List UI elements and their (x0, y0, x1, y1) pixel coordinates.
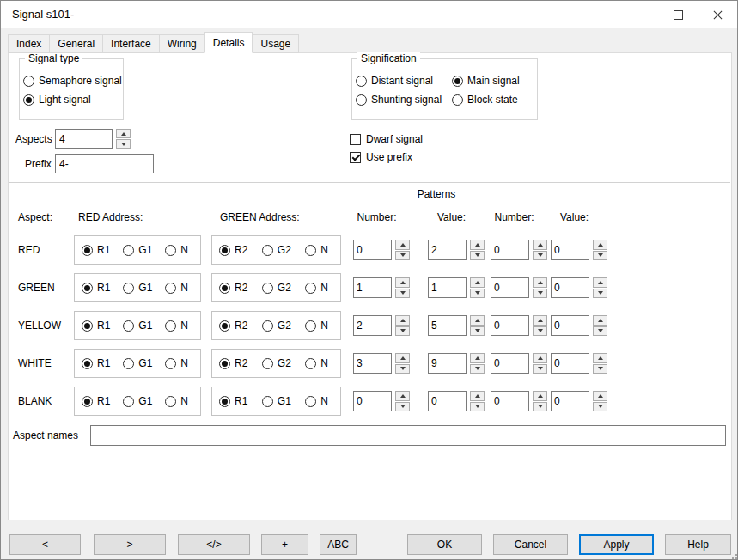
radio-semaphore-signal[interactable]: Semaphore signal (23, 75, 123, 87)
red-address-option-3[interactable]: N (165, 357, 188, 369)
radio-icon[interactable] (219, 358, 230, 369)
radio-main-signal[interactable]: Main signal (452, 75, 537, 87)
red-address-option-2[interactable]: G1 (123, 395, 152, 407)
prev-button[interactable]: < (9, 534, 81, 555)
red-address-option-2[interactable]: G1 (123, 244, 152, 256)
red-address-option-2[interactable]: G1 (123, 282, 152, 294)
green-address-option-1[interactable]: R2 (219, 357, 247, 369)
spin-down-button[interactable] (395, 251, 410, 261)
green-address-option-3[interactable]: N (305, 395, 328, 407)
radio-icon[interactable] (82, 396, 93, 407)
spin-up-button[interactable] (593, 277, 607, 288)
maximize-button[interactable] (658, 1, 698, 28)
green-address-option-1[interactable]: R2 (219, 320, 247, 332)
dwarf-signal-checkbox[interactable]: Dwarf signal (350, 133, 423, 145)
radio-icon[interactable] (356, 94, 367, 106)
spin-up-button[interactable] (593, 315, 607, 326)
radio-distant-signal[interactable]: Distant signal (356, 75, 452, 87)
radio-icon[interactable] (452, 76, 463, 87)
spin-down-button[interactable] (470, 364, 485, 374)
tab-index[interactable]: Index (8, 34, 50, 53)
radio-icon[interactable] (23, 76, 34, 87)
number-1-input[interactable] (353, 277, 392, 298)
green-address-option-2[interactable]: G2 (262, 357, 291, 369)
spin-up-button[interactable] (593, 240, 607, 250)
spin-up-button[interactable] (470, 240, 485, 250)
spin-down-button[interactable] (470, 326, 485, 337)
green-address-option-1[interactable]: R2 (219, 244, 247, 256)
red-address-option-2[interactable]: G1 (123, 320, 152, 332)
green-address-option-3[interactable]: N (305, 282, 328, 294)
radio-icon[interactable] (262, 396, 273, 407)
value-2-input[interactable] (551, 353, 589, 374)
radio-icon[interactable] (219, 396, 230, 407)
value-2-input[interactable] (551, 391, 589, 411)
radio-icon[interactable] (305, 283, 316, 294)
radio-icon[interactable] (165, 245, 176, 256)
radio-icon[interactable] (305, 245, 316, 256)
spin-up-button[interactable] (593, 391, 607, 401)
tab-wiring[interactable]: Wiring (159, 34, 205, 53)
value-1-input[interactable] (428, 391, 467, 411)
radio-icon[interactable] (165, 358, 176, 369)
code-button[interactable]: </> (178, 534, 250, 555)
red-address-option-3[interactable]: N (165, 282, 188, 294)
spin-down-button[interactable] (395, 326, 410, 337)
value-1-input[interactable] (428, 240, 467, 260)
red-address-option-3[interactable]: N (165, 395, 188, 407)
use-prefix-checkbox[interactable]: Use prefix (350, 151, 412, 163)
radio-icon[interactable] (23, 94, 34, 106)
number-1-input[interactable] (353, 353, 392, 374)
green-address-option-2[interactable]: G1 (262, 395, 291, 407)
minimize-button[interactable] (619, 1, 658, 28)
checkbox-icon[interactable] (350, 134, 361, 145)
spin-down-button[interactable] (593, 402, 607, 412)
radio-icon[interactable] (356, 76, 367, 87)
spin-down-button[interactable] (533, 326, 547, 337)
aspect-names-input[interactable] (90, 425, 726, 446)
ok-button[interactable]: OK (407, 534, 482, 555)
red-address-option-2[interactable]: G1 (123, 357, 152, 369)
tab-interface[interactable]: Interface (102, 34, 160, 53)
radio-icon[interactable] (165, 396, 176, 407)
radio-block-state[interactable]: Block state (452, 94, 537, 106)
spin-up-button[interactable] (533, 277, 547, 288)
value-1-input[interactable] (428, 315, 467, 336)
spin-down-button[interactable] (533, 289, 547, 299)
radio-icon[interactable] (82, 320, 93, 332)
spin-up-button[interactable] (116, 129, 131, 138)
value-1-input[interactable] (428, 277, 467, 298)
radio-icon[interactable] (82, 358, 93, 369)
spin-down-button[interactable] (593, 364, 607, 374)
add-button[interactable]: + (261, 534, 308, 555)
tab-details[interactable]: Details (204, 32, 253, 53)
spin-down-button[interactable] (470, 289, 485, 299)
spin-down-button[interactable] (395, 402, 410, 412)
spin-down-button[interactable] (533, 364, 547, 374)
radio-icon[interactable] (123, 396, 134, 407)
spin-down-button[interactable] (593, 251, 607, 261)
radio-icon[interactable] (219, 283, 230, 294)
green-address-option-1[interactable]: R2 (219, 282, 247, 294)
spin-down-button[interactable] (533, 402, 547, 412)
spin-up-button[interactable] (395, 391, 410, 401)
cancel-button[interactable]: Cancel (493, 534, 568, 555)
abc-button[interactable]: ABC (320, 534, 357, 555)
number-1-input[interactable] (353, 391, 392, 411)
spin-up-button[interactable] (593, 353, 607, 363)
spin-up-button[interactable] (470, 277, 485, 288)
radio-icon[interactable] (305, 396, 316, 407)
red-address-option-3[interactable]: N (165, 320, 188, 332)
red-address-option-1[interactable]: R1 (82, 357, 110, 369)
radio-icon[interactable] (123, 245, 134, 256)
radio-icon[interactable] (123, 320, 134, 332)
number-1-input[interactable] (353, 240, 392, 260)
red-address-option-1[interactable]: R1 (82, 244, 110, 256)
spin-up-button[interactable] (470, 353, 485, 363)
spin-up-button[interactable] (395, 240, 410, 250)
tab-usage[interactable]: Usage (252, 34, 299, 53)
spin-up-button[interactable] (533, 315, 547, 326)
number-2-input[interactable] (491, 391, 529, 411)
radio-icon[interactable] (305, 358, 316, 369)
spin-down-button[interactable] (470, 402, 485, 412)
